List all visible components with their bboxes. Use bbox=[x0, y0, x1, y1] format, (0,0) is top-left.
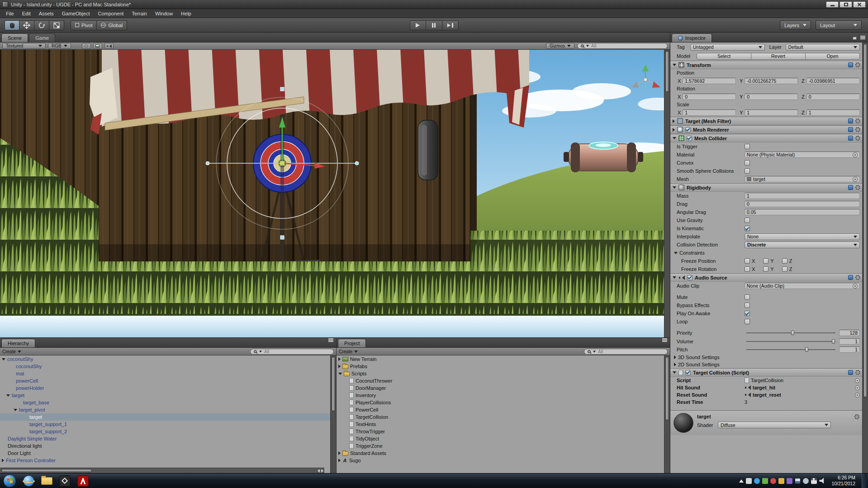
transform-header[interactable]: Transform bbox=[670, 61, 863, 69]
position-z-field[interactable]: -0.03986951 bbox=[806, 78, 860, 84]
hierarchy-search-field[interactable] bbox=[250, 349, 334, 355]
tray-icon[interactable] bbox=[762, 478, 768, 484]
tray-icon[interactable] bbox=[770, 478, 776, 484]
hierarchy-item[interactable]: powerCell bbox=[0, 377, 330, 384]
menu-gameobject[interactable]: GameObject bbox=[58, 10, 94, 17]
sound-3d-foldout[interactable]: 3D Sound Settings bbox=[678, 355, 720, 360]
hierarchy-item[interactable]: target_base bbox=[0, 399, 330, 406]
reset-time-value[interactable]: 3 bbox=[745, 399, 747, 405]
mesh-field[interactable]: target bbox=[745, 176, 860, 182]
pivot-button[interactable]: Pivot bbox=[71, 20, 97, 30]
color-mode-dropdown[interactable]: RGB bbox=[48, 43, 71, 49]
play-on-awake-checkbox[interactable] bbox=[745, 311, 750, 316]
tab-scene[interactable]: Scene bbox=[1, 33, 28, 42]
help-icon[interactable] bbox=[848, 275, 853, 280]
sound-2d-foldout[interactable]: 2D Sound Settings bbox=[678, 362, 720, 367]
script-component-header[interactable]: Target Collision (Script) bbox=[670, 368, 863, 377]
global-button[interactable]: Global bbox=[97, 20, 127, 30]
maximize-button[interactable] bbox=[840, 1, 852, 8]
rotation-z-field[interactable]: 0 bbox=[806, 94, 860, 100]
project-item[interactable]: Inventory bbox=[337, 392, 664, 399]
tray-icon[interactable] bbox=[778, 478, 784, 484]
scene-search-input[interactable] bbox=[591, 43, 664, 48]
tray-network-icon[interactable] bbox=[811, 478, 817, 484]
project-item[interactable]: PlayerCollisions bbox=[337, 399, 664, 406]
taskbar-adobe-reader-icon[interactable] bbox=[74, 474, 92, 488]
inspector-scrollbar[interactable] bbox=[862, 43, 868, 473]
gizmo-center-handle[interactable] bbox=[280, 161, 285, 166]
project-item[interactable]: TidyObject bbox=[337, 435, 664, 442]
mute-checkbox[interactable] bbox=[745, 294, 750, 300]
volume-slider[interactable] bbox=[746, 339, 835, 344]
model-select-button[interactable]: Select bbox=[697, 53, 751, 60]
scale-z-field[interactable]: 1 bbox=[806, 109, 860, 116]
hierarchy-item[interactable]: target_support_1 bbox=[0, 421, 330, 428]
reset-sound-value[interactable]: target_reset bbox=[753, 392, 781, 398]
script-checkbox[interactable] bbox=[685, 370, 691, 375]
scroll-left-icon[interactable] bbox=[318, 469, 320, 473]
hierarchy-scrollbar[interactable] bbox=[330, 355, 336, 473]
menu-window[interactable]: Window bbox=[151, 10, 177, 17]
gear-icon[interactable] bbox=[855, 62, 860, 67]
help-icon[interactable] bbox=[848, 370, 853, 375]
tray-icon[interactable] bbox=[795, 478, 801, 484]
mesh-collider-checkbox[interactable] bbox=[687, 136, 692, 141]
hierarchy-item[interactable]: coconutShy bbox=[0, 363, 330, 370]
scale-y-field[interactable]: 1 bbox=[745, 109, 798, 116]
project-item[interactable]: PowerCell bbox=[337, 406, 664, 413]
freeze-position-z-checkbox[interactable] bbox=[782, 258, 787, 264]
gear-icon[interactable] bbox=[855, 185, 860, 190]
hierarchy-item[interactable]: target bbox=[0, 392, 330, 399]
object-picker-icon[interactable] bbox=[855, 393, 860, 398]
use-gravity-checkbox[interactable] bbox=[745, 218, 750, 223]
project-item[interactable]: DoorManager bbox=[337, 384, 664, 392]
project-item[interactable]: TriggerZone bbox=[337, 442, 664, 450]
gear-icon[interactable] bbox=[855, 136, 860, 141]
hierarchy-hscrollbar[interactable] bbox=[0, 468, 324, 473]
physic-material-field[interactable]: None (Physic Material) bbox=[745, 152, 860, 158]
layers-dropdown[interactable]: Layers bbox=[780, 20, 811, 30]
angular-drag-field[interactable]: 0.05 bbox=[745, 209, 860, 215]
object-picker-icon[interactable] bbox=[853, 284, 858, 289]
hierarchy-create-button[interactable]: Create bbox=[2, 349, 21, 354]
hierarchy-item[interactable]: coconutShy bbox=[0, 355, 330, 363]
panel-menu-icon[interactable] bbox=[860, 36, 865, 37]
hit-sound-value[interactable]: target_hit bbox=[753, 385, 775, 390]
constraints-foldout[interactable]: Constraints bbox=[679, 250, 705, 256]
project-search-field[interactable] bbox=[584, 349, 668, 355]
help-icon[interactable] bbox=[848, 185, 853, 190]
tag-dropdown[interactable]: Untagged bbox=[690, 44, 765, 51]
object-picker-icon[interactable] bbox=[853, 152, 858, 157]
hierarchy-item-selected[interactable]: target bbox=[0, 413, 330, 421]
position-y-field[interactable]: -0.001266275 bbox=[745, 78, 798, 84]
tab-game[interactable]: Game bbox=[29, 33, 55, 42]
material-sphere-thumbnail[interactable] bbox=[674, 413, 693, 433]
tray-icon[interactable] bbox=[787, 478, 792, 484]
minimize-button[interactable] bbox=[826, 1, 839, 8]
hand-tool-button[interactable] bbox=[5, 20, 19, 30]
audio-source-checkbox[interactable] bbox=[687, 275, 693, 280]
gear-icon[interactable] bbox=[854, 414, 859, 419]
hierarchy-item[interactable]: mat bbox=[0, 370, 330, 377]
project-item[interactable]: TextHints bbox=[337, 421, 664, 428]
hierarchy-search-input[interactable] bbox=[264, 349, 330, 354]
model-revert-button[interactable]: Revert bbox=[751, 53, 806, 60]
project-item[interactable]: Sugo bbox=[337, 457, 664, 464]
taskbar-explorer-icon[interactable] bbox=[38, 474, 56, 488]
taskbar-clock[interactable]: 6:26 PM 10/21/2012 bbox=[827, 475, 859, 487]
menu-assets[interactable]: Assets bbox=[35, 10, 58, 17]
object-picker-icon[interactable] bbox=[853, 177, 858, 182]
rotation-x-field[interactable]: 0 bbox=[683, 94, 736, 100]
mesh-filter-header[interactable]: Target (Mesh Filter) bbox=[670, 117, 863, 125]
project-create-button[interactable]: Create bbox=[339, 349, 358, 354]
move-tool-button[interactable] bbox=[19, 20, 34, 30]
step-button[interactable] bbox=[442, 20, 459, 30]
start-button[interactable] bbox=[3, 474, 16, 488]
smooth-sphere-checkbox[interactable] bbox=[745, 168, 750, 174]
help-icon[interactable] bbox=[848, 127, 853, 132]
is-kinematic-checkbox[interactable] bbox=[745, 226, 750, 231]
project-item[interactable]: TargetCollision bbox=[337, 413, 664, 421]
taskbar-ie-icon[interactable] bbox=[19, 474, 38, 488]
project-search-input[interactable] bbox=[598, 349, 664, 354]
gear-icon[interactable] bbox=[855, 118, 860, 123]
